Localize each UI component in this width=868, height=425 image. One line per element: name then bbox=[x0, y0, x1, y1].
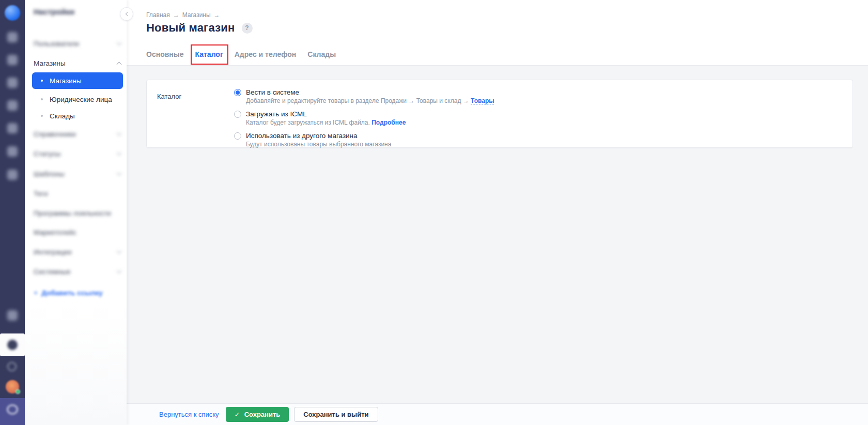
tab-catalog[interactable]: Каталог bbox=[195, 50, 223, 59]
breadcrumb: Главная → Магазины → bbox=[146, 11, 220, 19]
radio-keep-in-system[interactable] bbox=[234, 89, 241, 96]
sidebar-item-templates[interactable]: Шаблоны bbox=[34, 168, 121, 180]
chevron-down-icon bbox=[117, 131, 122, 136]
rail-app-icon[interactable] bbox=[7, 123, 18, 133]
products-link[interactable]: Товары bbox=[471, 97, 494, 105]
tab-main[interactable]: Основные bbox=[146, 50, 184, 59]
settings-rail-item-active[interactable] bbox=[0, 333, 25, 356]
support-rail-section bbox=[0, 398, 25, 425]
help-circle-icon[interactable] bbox=[7, 362, 17, 371]
breadcrumb-home-link[interactable]: Главная bbox=[146, 11, 170, 19]
save-and-exit-button[interactable]: Сохранить и выйти bbox=[294, 407, 378, 422]
option-description: Каталог будет загружаться из ICML файла.… bbox=[246, 119, 853, 126]
bullet-icon bbox=[41, 115, 43, 117]
user-avatar[interactable] bbox=[6, 380, 19, 393]
rail-app-icon[interactable] bbox=[7, 146, 18, 157]
sidebar-item-tags[interactable]: Теги bbox=[34, 187, 121, 200]
page-header: Главная → Магазины → Новый магазин ? Осн… bbox=[127, 0, 868, 66]
save-button[interactable]: ✓ Сохранить bbox=[226, 407, 289, 422]
menu-title: Настройки bbox=[34, 7, 74, 16]
chevron-down-icon bbox=[117, 249, 122, 254]
sidebar-item-users[interactable]: Пользователи bbox=[34, 37, 121, 50]
bullet-icon bbox=[41, 98, 43, 100]
field-label-catalog: Каталог bbox=[157, 93, 181, 100]
chevron-down-icon bbox=[117, 268, 122, 274]
main-content: Главная → Магазины → Новый магазин ? Осн… bbox=[127, 0, 868, 425]
sidebar-item-warehouses[interactable]: Склады bbox=[32, 108, 123, 124]
action-bar: Вернуться к списку ✓ Сохранить Сохранить… bbox=[127, 403, 868, 425]
bell-icon[interactable] bbox=[7, 310, 18, 321]
page-title: Новый магазин bbox=[146, 21, 235, 35]
check-icon: ✓ bbox=[235, 411, 240, 418]
sidebar-collapse-handle[interactable] bbox=[120, 7, 133, 21]
breadcrumb-arrow-icon: → bbox=[173, 11, 179, 19]
sidebar-item-legal-entities[interactable]: Юридические лица bbox=[32, 91, 123, 108]
back-to-list-link[interactable]: Вернуться к списку bbox=[159, 411, 219, 418]
settings-menu: Настройки Пользователи Магазины Магазины… bbox=[25, 0, 127, 425]
sidebar-item-shops[interactable]: Магазины bbox=[32, 72, 123, 89]
rail-app-icon[interactable] bbox=[7, 100, 18, 111]
rail-app-icon[interactable] bbox=[7, 55, 18, 65]
chevron-down-icon bbox=[117, 171, 122, 176]
sidebar-item-loyalty[interactable]: Программы лояльности bbox=[34, 207, 121, 219]
tab-address-phone[interactable]: Адрес и телефон bbox=[235, 50, 297, 59]
online-status-dot bbox=[16, 389, 20, 394]
rail-app-icon[interactable] bbox=[7, 170, 18, 180]
option-keep-in-system: Вести в системе Добавляйте и редактируйт… bbox=[234, 88, 853, 104]
chevron-down-icon bbox=[117, 150, 122, 156]
headset-icon[interactable] bbox=[7, 404, 18, 415]
sidebar-item-statuses[interactable]: Статусы bbox=[34, 147, 121, 160]
breadcrumb-section-link[interactable]: Магазины bbox=[182, 11, 211, 19]
chevron-left-icon bbox=[126, 12, 130, 16]
radio-use-other-shop[interactable] bbox=[234, 132, 241, 140]
help-badge[interactable]: ? bbox=[242, 23, 253, 34]
catalog-settings-card: Каталог Вести в системе Добавляйте и ред… bbox=[146, 80, 853, 148]
option-load-icml: Загружать из ICML Каталог будет загружат… bbox=[234, 110, 853, 126]
app-logo-icon[interactable] bbox=[5, 5, 20, 21]
option-description: Будут использованы товары выбранного маг… bbox=[246, 141, 853, 148]
bullet-icon bbox=[41, 80, 43, 82]
option-use-other-shop: Использовать из другого магазина Будут и… bbox=[234, 132, 853, 148]
catalog-radio-group: Вести в системе Добавляйте и редактируйт… bbox=[234, 80, 853, 148]
tab-warehouses[interactable]: Склады bbox=[307, 50, 336, 59]
tab-bar: Основные Каталог Адрес и телефон Склады bbox=[146, 50, 336, 59]
radio-load-icml[interactable] bbox=[234, 111, 241, 118]
rail-app-icon[interactable] bbox=[7, 32, 18, 42]
option-description: Добавляйте и редактируйте товары в разде… bbox=[246, 97, 853, 104]
sidebar-item-directories[interactable]: Справочники bbox=[34, 128, 121, 140]
sidebar-item-marketplace[interactable]: Маркетплейс bbox=[34, 226, 121, 238]
rail-app-icon[interactable] bbox=[7, 78, 18, 88]
breadcrumb-arrow-icon: → bbox=[214, 11, 220, 19]
plus-icon: + bbox=[34, 289, 38, 297]
sidebar-item-system[interactable]: Системные bbox=[34, 265, 121, 278]
chevron-up-icon bbox=[117, 62, 122, 67]
gear-icon bbox=[7, 340, 18, 350]
sidebar-item-integrations[interactable]: Интеграции bbox=[34, 246, 121, 258]
app-rail bbox=[0, 0, 25, 425]
chevron-down-icon bbox=[117, 40, 122, 45]
details-link[interactable]: Подробнее bbox=[371, 119, 406, 126]
sidebar-group-shops[interactable]: Магазины bbox=[34, 57, 121, 69]
add-link-button[interactable]: + Добавить ссылку bbox=[34, 289, 103, 297]
